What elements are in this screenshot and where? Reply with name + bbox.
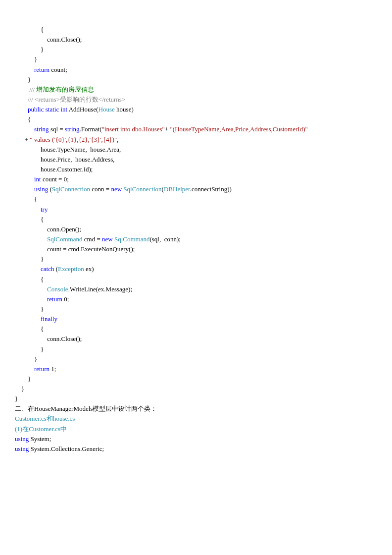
method-call: Close(); [61, 36, 82, 43]
code-block: { conn.Close(); } } return count; } /// … [15, 25, 377, 454]
brace: { [15, 325, 44, 333]
type-keyword: string [65, 125, 80, 133]
arg: house.Area, [90, 146, 121, 153]
method-name: AddHouse( [69, 106, 98, 113]
brace: } [15, 355, 37, 363]
arg: house.Address, [75, 156, 114, 163]
doc-comment-slash: /// [15, 86, 36, 93]
punct: , [117, 136, 118, 143]
type-keyword: string [15, 125, 50, 133]
param-name: ex) [86, 265, 94, 273]
ctor-args: (sql, conn); [149, 235, 180, 243]
brace: } [15, 56, 37, 63]
brace: { [15, 195, 37, 203]
method-modifiers: public static int [15, 106, 69, 113]
new-keyword: new [102, 235, 114, 243]
type-name: Console [47, 285, 68, 293]
indent [15, 235, 47, 243]
type-name: SqlConnection [52, 185, 92, 193]
namespace: System; [30, 435, 51, 443]
brace: } [15, 255, 44, 263]
string-literal: "(HouseTypeName,Area,Price,Address,Custo… [170, 125, 308, 133]
literal: 1; [51, 365, 56, 373]
param-type: House [98, 106, 116, 113]
namespace: System.Collections.Generic; [30, 445, 104, 452]
var-assign: cmd = [84, 235, 102, 243]
using-keyword: using [15, 445, 30, 452]
type-name: Exception [58, 265, 86, 273]
brace: { [15, 276, 44, 283]
method-call: .WriteLine(ex.Message); [68, 285, 132, 293]
type-name: DBHelper [164, 185, 190, 193]
code-text: conn. [15, 36, 61, 43]
literal: 0; [64, 295, 69, 303]
class-files: Customer.cs和house.cs [15, 415, 75, 422]
type-keyword: int [15, 175, 43, 183]
operator: + [15, 136, 30, 143]
brace: { [15, 216, 44, 223]
type-name: SqlConnection [123, 185, 161, 193]
code-text: count; [49, 66, 67, 73]
var-assign: conn = [92, 185, 111, 193]
catch-keyword: catch [15, 265, 56, 273]
return-keyword: return [15, 66, 49, 73]
brace: } [15, 395, 18, 402]
brace: { [15, 26, 44, 33]
type-name: SqlCommand [114, 235, 150, 243]
brace: } [15, 305, 44, 313]
statement: count = cmd.ExecuteNonQuery(); [15, 245, 135, 253]
doc-comment: /// <returns>受影响的行数</returns> [15, 96, 125, 103]
arg: house.Price, [15, 156, 75, 163]
section-item: (1)在Customer.cs中 [15, 425, 67, 433]
doc-comment-text: 增加发布的房屋信息 [36, 86, 94, 93]
brace: } [15, 345, 44, 353]
brace: } [15, 46, 44, 53]
operator: + [165, 125, 170, 133]
brace: } [15, 76, 31, 83]
using-keyword: using [15, 435, 30, 443]
section-heading: 二、在HouseManagerModels模型层中设计两个类： [15, 405, 157, 412]
var-init: count = 0; [43, 175, 69, 183]
param-name: house) [116, 106, 134, 113]
arg: house.Customer.Id); [15, 166, 93, 173]
arg: house.TypeName, [15, 146, 90, 153]
statement: conn.Open(); [15, 225, 81, 233]
statement: conn.Close(); [15, 335, 82, 342]
new-keyword: new [111, 185, 123, 193]
method-call: .Format( [80, 125, 102, 133]
string-literal: " values ('{0}',{1},{2},'{3}',{4})" [30, 136, 117, 143]
return-keyword: return [15, 365, 51, 373]
var-assign: sql = [50, 125, 65, 133]
string-literal: "insert into dbo.Houses" [102, 125, 165, 133]
finally-keyword: finally [15, 315, 57, 323]
indent [15, 285, 47, 293]
brace: { [15, 115, 31, 123]
brace: } [15, 385, 24, 392]
return-keyword: return [15, 295, 64, 303]
brace: } [15, 375, 31, 383]
member-access: .connectString)) [190, 185, 232, 193]
using-keyword: using [15, 185, 49, 193]
type-name: SqlCommand [47, 235, 84, 243]
try-keyword: try [15, 206, 48, 213]
